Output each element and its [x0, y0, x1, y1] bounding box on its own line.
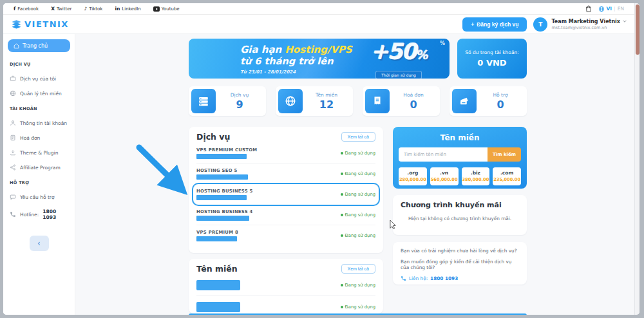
twitter-link[interactable]: X Twitter	[51, 6, 71, 12]
briefcase-icon	[10, 75, 16, 82]
domains-view-all-button[interactable]: Xem tất cả	[341, 264, 375, 274]
facebook-link[interactable]: f Facebook	[14, 6, 39, 12]
user-menu[interactable]: T Team Marketing Vietnix mkt.team@vietni…	[533, 17, 627, 32]
globe-icon	[598, 6, 605, 12]
invoice-icon	[10, 135, 16, 141]
redacted-domain	[196, 280, 240, 290]
tld-name: .org	[399, 170, 427, 176]
account-balance-card: Số dư trong tài khoản: 0 VND	[457, 39, 527, 79]
register-service-button[interactable]: + Đăng ký dịch vụ	[462, 17, 527, 32]
stat-card-support[interactable]: Hỗ trợ 0	[450, 86, 527, 116]
stat-label: Tên miền	[303, 92, 350, 98]
brand-logo[interactable]: VIETNIX	[11, 19, 69, 30]
stats-row: Dịch vụ 9 Tên miền 12	[189, 86, 527, 116]
feedback-contact-number: 1800 1093	[430, 276, 458, 281]
status-badge: Đang sử dụng	[345, 304, 375, 310]
cart-icon[interactable]	[585, 5, 592, 12]
services-card: Dịch vụ Xem tất cả VPS PREMIUM CUSTOM Đa…	[189, 127, 383, 253]
tld-price-com[interactable]: .com 235,000.00	[493, 167, 521, 185]
sidebar-item-label: Hoá đơn	[20, 135, 40, 141]
phone-icon	[10, 211, 16, 218]
linkedin-icon: in	[115, 6, 120, 12]
domain-row[interactable]: Đang sử dụng	[196, 275, 375, 296]
tld-price-vn[interactable]: .vn 560,000.00	[430, 167, 459, 185]
status-dot	[341, 284, 343, 286]
domains-card: Tên miền Xem tất cả Đang sử dụng Đang sử…	[189, 259, 383, 313]
linkedin-label: LinkedIn	[122, 6, 140, 12]
status-dot	[341, 152, 343, 154]
service-row[interactable]: VPS PREMIUM 8 Đang sử dụng	[196, 225, 375, 246]
receipt-icon	[372, 95, 383, 107]
banner-title-highlight: Hosting/VPS	[285, 44, 352, 55]
promotions-card: Chương trình khuyến mãi Hiện tại không c…	[393, 195, 527, 235]
tld-price: 280,000.00	[399, 177, 427, 182]
stat-label: Hỗ trợ	[477, 92, 524, 98]
tiktok-label: Tiktok	[89, 6, 102, 12]
tiktok-link[interactable]: ♪ Tiktok	[84, 6, 102, 12]
promo-banner[interactable]: Gia hạn Hosting/VPS từ 6 tháng trở lên T…	[189, 39, 450, 79]
service-name: HOSTING BUSINESS 4	[196, 209, 253, 214]
sidebar-item-home[interactable]: Trang chủ	[8, 39, 70, 52]
domains-title: Tên miền	[196, 264, 238, 274]
sidebar-item-support-request[interactable]: Yêu cầu hỗ trợ	[10, 194, 68, 200]
sidebar-item-my-services[interactable]: Dịch vụ của tôi	[10, 75, 68, 82]
ticket-icon	[459, 95, 470, 107]
sidebar-section-support: HỖ TRỢ	[10, 180, 68, 185]
stat-card-services[interactable]: Dịch vụ 9	[189, 86, 266, 116]
service-row[interactable]: HOSTING SEO 5 Đang sử dụng	[196, 164, 375, 184]
service-row-highlighted[interactable]: HOSTING BUSINESS 5 Đang sử dụng	[193, 184, 379, 205]
domain-row[interactable]: Đang sử dụng	[196, 296, 375, 313]
service-name: HOSTING BUSINESS 5	[196, 189, 253, 194]
tld-price-org[interactable]: .org 280,000.00	[399, 167, 427, 185]
feedback-line: Bạn vừa có trải nghiệm chưa hài lòng về …	[401, 248, 519, 254]
domain-search-title: Tên miền	[399, 133, 521, 142]
services-view-all-button[interactable]: Xem tất cả	[341, 132, 375, 142]
globe-icon	[10, 90, 16, 97]
status-dot	[341, 173, 343, 175]
stat-value: 0	[477, 98, 524, 111]
stat-card-invoices[interactable]: Hoá đơn 0	[363, 86, 440, 116]
sidebar-item-affiliate[interactable]: Affiliate Program	[10, 164, 68, 171]
status-badge: Đang sử dụng	[345, 283, 375, 288]
youtube-link[interactable]: Youtube	[153, 6, 180, 12]
language-switcher[interactable]: VI | EN	[598, 6, 625, 12]
domain-search-button[interactable]: Tìm kiếm	[488, 147, 521, 162]
stat-value: 12	[303, 98, 350, 111]
sidebar-item-invoices[interactable]: Hoá đơn	[10, 135, 68, 141]
balance-value: 0 VND	[477, 58, 506, 68]
banner-title: Gia hạn Hosting/VPS	[240, 44, 352, 55]
scrollbar-thumb[interactable]	[636, 5, 639, 55]
feedback-line: Bạn muốn đóng góp ý kiến để cải thiện dị…	[401, 259, 519, 270]
sidebar-item-account-info[interactable]: Thông tin tài khoản	[10, 120, 68, 126]
service-row[interactable]: VPS PREMIUM CUSTOM Đang sử dụng	[196, 143, 375, 164]
feedback-card: Bạn vừa có trải nghiệm chưa hài lòng về …	[393, 242, 527, 285]
linkedin-link[interactable]: in LinkedIn	[115, 6, 140, 12]
sidebar-item-hotline[interactable]: Hotline: 1800 1093	[10, 209, 68, 220]
sidebar-item-label: Dịch vụ của tôi	[20, 76, 56, 82]
sidebar-collapse-button[interactable]: ‹	[30, 236, 49, 251]
status-badge: Đang sử dụng	[345, 212, 375, 218]
social-topbar: f Facebook X Twitter ♪ Tiktok in LinkedI…	[3, 3, 634, 15]
lang-current[interactable]: VI	[607, 6, 612, 12]
lang-other[interactable]: EN	[618, 6, 624, 12]
redacted-domain	[196, 195, 247, 200]
register-service-label: Đăng ký dịch vụ	[477, 21, 518, 28]
service-row[interactable]: HOSTING BUSINESS 4 Đang sử dụng	[196, 205, 375, 225]
server-icon	[198, 95, 209, 107]
tld-price-biz[interactable]: .biz 380,000.00	[462, 167, 490, 185]
support-chat-icon	[10, 194, 16, 200]
status-badge: Đang sử dụng	[345, 192, 375, 197]
page-scrollbar[interactable]	[634, 3, 639, 315]
banner-promo-value: +50%	[357, 39, 440, 67]
stat-card-domains[interactable]: Tên miền 12	[276, 86, 353, 116]
domain-search-input[interactable]	[399, 147, 488, 162]
feedback-contact[interactable]: Liên hệ: 1800 1093	[401, 276, 519, 281]
service-name: VPS PREMIUM CUSTOM	[196, 147, 257, 153]
tld-price: 380,000.00	[462, 177, 490, 182]
sidebar-section-services: DỊCH VỤ	[10, 62, 68, 67]
status-dot	[341, 306, 343, 308]
user-email: mkt.team@vietnix.com.vn	[551, 25, 627, 30]
sidebar-item-theme-plugin[interactable]: Theme & Plugin	[10, 149, 68, 156]
sidebar-item-domain-management[interactable]: Quản lý tên miền	[10, 90, 68, 97]
user-name: Team Marketing Vietnix	[551, 19, 620, 24]
